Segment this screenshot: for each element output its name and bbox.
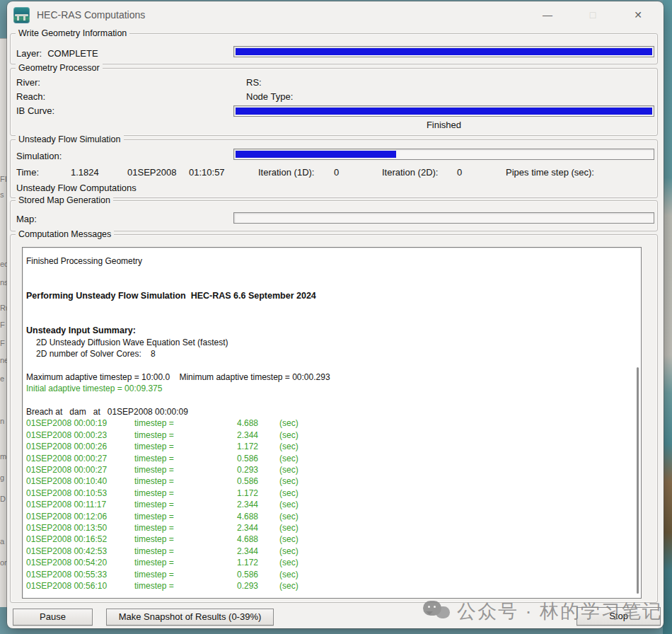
background-window-text-fragment: ns (0, 278, 7, 287)
timestep-row: 01SEP2008 00:00:23timestep =2.344(sec) (26, 430, 631, 442)
message-line (26, 361, 631, 372)
rs-label: RS: (246, 77, 262, 88)
message-line (26, 267, 631, 279)
messages-scrollbar-thumb[interactable] (637, 367, 639, 594)
background-window-text-fragment: Ru (0, 304, 7, 312)
iteration-2d-value: 0 (457, 167, 506, 178)
node-type-label: Node Type: (246, 91, 293, 102)
group-title-unsteady: Unsteady Flow Simulation (16, 134, 124, 144)
message-line: 2D Unsteady Diffusion Wave Equation Set … (26, 338, 631, 349)
timestep-row: 01SEP2008 00:56:10timestep =0.293(sec) (26, 581, 631, 592)
group-write-geometry: Write Geometry Information Layer:COMPLET… (10, 33, 658, 64)
close-button[interactable]: ✕ (628, 6, 648, 24)
message-line: Maximum adaptive timestep = 10:00.0 Mini… (26, 372, 631, 384)
group-geometry-processor: Geometry Processor River: RS: Reach: Nod… (10, 68, 658, 136)
messages-body: Finished Processing Geometry Performing … (26, 256, 631, 592)
timestep-row: 01SEP2008 00:42:53timestep =2.344(sec) (26, 546, 631, 558)
hecras-computations-window: HEC-RAS Computations — □ ✕ Write Geometr… (7, 1, 664, 628)
pipes-timestep-label: Pipes time step (sec): (506, 167, 594, 178)
timestep-row: 01SEP2008 00:00:27timestep =0.586(sec) (26, 454, 631, 465)
simulation-label: Simulation: (16, 151, 62, 161)
title-bar: HEC-RAS Computations — □ ✕ (7, 1, 664, 28)
message-line: Unsteady Input Summary: (26, 325, 631, 337)
layer-label: Layer: (16, 48, 42, 59)
pause-button[interactable]: Pause (13, 609, 93, 626)
stored-map-progressbar (233, 212, 654, 224)
background-window-text-fragment: me (0, 452, 7, 461)
message-line: Performing Unsteady Flow Simulation HEC-… (26, 291, 631, 302)
desktop-wallpaper-edge (663, 0, 672, 634)
timestep-row: 01SEP2008 00:10:53timestep =1.172(sec) (26, 488, 631, 500)
timestep-row: 01SEP2008 00:13:50timestep =2.344(sec) (26, 523, 631, 534)
write-geometry-progress-fill (236, 48, 652, 55)
geometry-processor-progressbar (233, 105, 654, 117)
timestep-row: 01SEP2008 00:16:52timestep =4.688(sec) (26, 534, 631, 546)
timestep-row: 01SEP2008 00:00:27timestep =0.293(sec) (26, 465, 631, 476)
time-value: 1.1824 (71, 167, 127, 178)
iteration-1d-label: Iteration (1D): (258, 167, 334, 178)
background-window-text-fragment: F (0, 321, 5, 329)
computation-messages-panel[interactable]: Finished Processing Geometry Performing … (22, 247, 642, 599)
group-title-geometry-processor: Geometry Processor (16, 63, 103, 73)
message-line: Finished Processing Geometry (26, 256, 631, 267)
group-unsteady-flow-simulation: Unsteady Flow Simulation Simulation: Tim… (10, 139, 658, 198)
background-window-text-fragment: or (0, 558, 7, 567)
write-geometry-progressbar (233, 46, 654, 57)
background-window-edge: FIseonsRuFFneenmegDaor (0, 38, 7, 607)
clock-value: 01:10:57 (189, 167, 258, 178)
timestep-row: 01SEP2008 00:11:17timestep =2.344(sec) (26, 500, 631, 511)
group-computation-messages: Computation Messages Finished Processing… (10, 234, 658, 603)
background-window-text-fragment: F (0, 339, 5, 347)
make-snapshot-button[interactable]: Make Snapshot of Results (0-39%) (106, 609, 274, 626)
reach-label: Reach: (16, 91, 45, 102)
group-title-computation-messages: Computation Messages (16, 229, 114, 239)
geometry-processor-status: Finished (233, 120, 654, 130)
window-title: HEC-RAS Computations (37, 9, 145, 21)
ib-curve-label: IB Curve: (16, 105, 54, 116)
background-window-text-fragment: a (0, 537, 4, 546)
iteration-2d-label: Iteration (2D): (382, 167, 457, 178)
background-window-text-fragment: g (0, 473, 4, 482)
geometry-processor-progress-fill (236, 108, 652, 115)
group-stored-map-generation: Stored Map Generation Map: (10, 200, 658, 231)
timestep-row: 01SEP2008 00:00:26timestep =1.172(sec) (26, 442, 631, 453)
maximize-button[interactable]: □ (583, 6, 603, 24)
group-title-write-geometry: Write Geometry Information (16, 28, 129, 38)
map-label: Map: (16, 214, 37, 224)
minimize-button[interactable]: — (538, 6, 557, 24)
message-line: Breach at dam at 01SEP2008 00:00:09 (26, 407, 631, 418)
timestep-row: 01SEP2008 00:12:06timestep =4.688(sec) (26, 512, 631, 523)
background-window-text-fragment: eo (0, 260, 7, 268)
message-line: 2D number of Solver Cores: 8 (26, 349, 631, 360)
iteration-1d-value: 0 (334, 167, 382, 178)
simulation-progress-fill (236, 151, 396, 158)
message-line (26, 303, 631, 314)
background-window-text-fragment: FI (0, 175, 7, 183)
timestep-row: 01SEP2008 00:55:33timestep =0.586(sec) (26, 570, 631, 581)
simulation-progressbar (233, 149, 654, 160)
background-window-text-fragment: e (0, 374, 4, 383)
message-line (26, 396, 631, 407)
message-line: Initial adaptive timestep = 00:09.375 (26, 384, 631, 395)
time-label: Time: (16, 167, 71, 178)
layer-row: Layer:COMPLETE (16, 47, 98, 59)
background-window-text-fragment: ne (0, 356, 7, 364)
timestep-row: 01SEP2008 00:54:20timestep =1.172(sec) (26, 558, 631, 569)
group-title-stored-map: Stored Map Generation (16, 195, 113, 205)
timestep-row: 01SEP2008 00:10:40timestep =0.586(sec) (26, 476, 631, 488)
timestep-row: 01SEP2008 00:00:19timestep =4.688(sec) (26, 418, 631, 430)
background-window-text-fragment: D (0, 495, 6, 503)
layer-value: COMPLETE (47, 48, 98, 59)
hecras-app-icon (13, 7, 30, 23)
background-window-text-fragment: s (0, 190, 4, 199)
stop-button[interactable]: Stop (577, 607, 661, 626)
time-row: Time: 1.1824 01SEP2008 01:10:57 Iteratio… (16, 167, 653, 178)
river-label: River: (16, 77, 40, 88)
background-window-text-fragment: n (0, 417, 4, 425)
message-line (26, 279, 631, 291)
message-line (26, 314, 631, 325)
unsteady-status: Unsteady Flow Computations (16, 183, 137, 193)
date-value: 01SEP2008 (127, 167, 189, 178)
